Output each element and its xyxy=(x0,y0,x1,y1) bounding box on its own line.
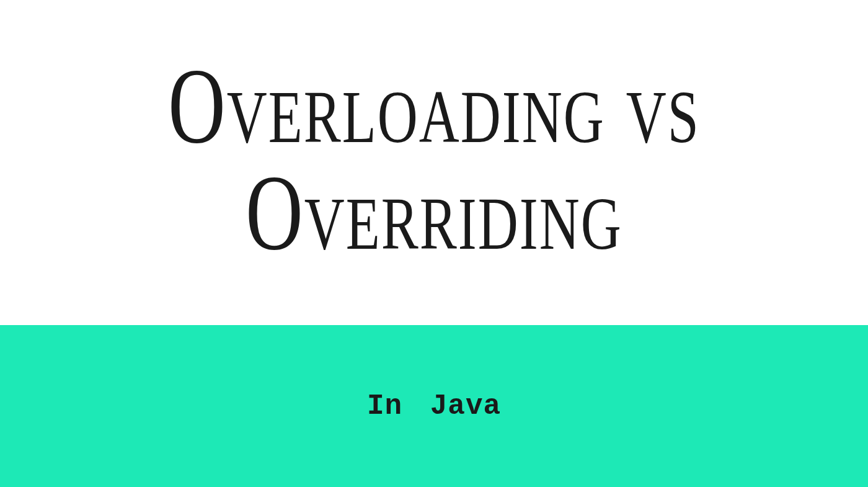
slide-title: Overloading vs Overriding xyxy=(0,52,868,267)
title-section: Overloading vs Overriding xyxy=(0,0,868,325)
presentation-slide: Overloading vs Overriding In Java xyxy=(0,0,868,487)
slide-subtitle: In Java xyxy=(367,390,501,422)
subtitle-section: In Java xyxy=(0,325,868,487)
